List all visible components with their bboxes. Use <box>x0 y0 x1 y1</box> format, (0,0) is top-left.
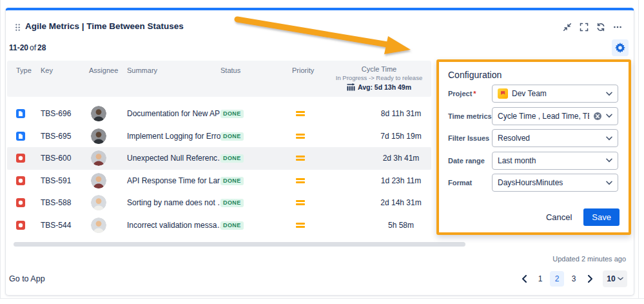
issue-key: TBS-588 <box>41 192 71 214</box>
priority-medium-icon <box>296 134 305 139</box>
priority-medium-icon <box>296 156 305 161</box>
config-field-label: Time metrics* <box>448 107 492 125</box>
config-field-label: Format* <box>448 174 472 192</box>
page-size-select[interactable]: 10 <box>603 270 627 287</box>
priority-medium-icon <box>296 223 305 228</box>
column-assignee: Assignee <box>89 66 118 74</box>
settings-gear-icon[interactable] <box>612 39 629 56</box>
select-value: Cycle Time , Lead Time, TBS … <box>498 112 589 121</box>
issue-summary: Documentation for New AP… <box>127 103 224 125</box>
column-summary: Summary <box>127 66 157 74</box>
more-icon[interactable] <box>613 23 622 32</box>
next-page-icon[interactable] <box>583 270 596 287</box>
config-field-date-range: Date range* Last month <box>439 152 629 170</box>
chevron-down-icon <box>606 92 612 96</box>
gadget-title: Agile Metrics | Time Between Statuses <box>25 21 184 31</box>
dashboard-page: Agile Metrics | Time Between Statuses <box>0 0 644 304</box>
table-row[interactable]: TBS-591 API Response Time for Lar… DONE … <box>7 170 431 192</box>
timeline-icon <box>347 83 355 91</box>
issue-type-icon <box>16 154 25 163</box>
config-field-time-metrics: Time metrics* Cycle Time , Lead Time, TB… <box>439 107 629 125</box>
config-field-project: Project* Dev Team <box>439 85 629 103</box>
collapse-icon[interactable] <box>563 23 572 32</box>
clear-icon[interactable] <box>593 112 602 121</box>
page-edge-bottom <box>0 298 644 299</box>
issue-key: TBS-600 <box>41 147 71 170</box>
column-priority: Priority <box>292 66 314 74</box>
table-rows: TBS-696 Documentation for New AP… DONE 8… <box>7 103 431 236</box>
priority-medium-icon <box>296 178 305 183</box>
issue-key: TBS-695 <box>41 125 71 148</box>
table-row[interactable]: TBS-695 Implement Logging for Erro… DONE… <box>7 125 431 148</box>
select-value: DaysHoursMinutes <box>498 178 602 187</box>
assignee-avatar <box>91 128 106 144</box>
issue-type-icon <box>16 132 25 141</box>
table-row[interactable]: TBS-588 Sorting by name does not … DONE … <box>7 192 431 214</box>
config-field-label: Filter Issues* <box>448 129 489 147</box>
issue-summary: Incorrect validation messa… <box>127 214 224 237</box>
filter-issues-select[interactable]: Resolved <box>492 129 618 147</box>
chevron-down-icon <box>606 136 612 141</box>
config-field-label: Date range* <box>448 152 485 170</box>
page-2-button[interactable]: 2 <box>550 271 564 287</box>
page-edge-right <box>638 0 639 298</box>
status-badge: DONE <box>220 154 244 163</box>
time-metrics-select[interactable]: Cycle Time , Lead Time, TBS … <box>492 107 618 125</box>
select-value: Resolved <box>498 134 602 143</box>
status-badge: DONE <box>220 199 244 207</box>
select-value: Dev Team <box>512 89 602 98</box>
priority-medium-icon <box>296 111 305 116</box>
issue-type-icon <box>16 109 25 118</box>
project-select[interactable]: Dev Team <box>492 85 618 103</box>
table-header: Type Key Assignee Summary Status Priorit… <box>7 61 431 97</box>
configuration-title: Configuration <box>448 70 502 80</box>
column-key: Key <box>41 66 53 74</box>
assignee-avatar <box>91 173 106 188</box>
chevron-down-icon <box>606 181 612 185</box>
column-status: Status <box>220 66 240 74</box>
go-to-app-link[interactable]: Go to App <box>9 274 45 283</box>
result-range: 11-20of28 <box>9 43 46 52</box>
select-value: Last month <box>498 156 602 165</box>
issue-summary: Sorting by name does not … <box>127 192 224 214</box>
refresh-icon[interactable] <box>596 23 605 32</box>
column-cycle-time: Cycle Time In Progress -> Ready to relea… <box>313 65 445 91</box>
page-3-button[interactable]: 3 <box>567 271 581 287</box>
config-field-label: Project* <box>448 85 476 103</box>
previous-page-icon[interactable] <box>518 270 531 287</box>
priority-medium-icon <box>296 200 305 205</box>
issue-key: TBS-591 <box>41 170 71 192</box>
assignee-avatar <box>91 150 106 166</box>
chevron-down-icon <box>606 158 612 163</box>
status-badge: DONE <box>220 221 244 230</box>
format-select[interactable]: DaysHoursMinutes <box>492 174 618 192</box>
fullscreen-icon[interactable] <box>580 23 589 32</box>
updated-timestamp: Updated 2 minutes ago <box>552 255 626 263</box>
table-row[interactable]: TBS-696 Documentation for New AP… DONE 8… <box>7 103 431 125</box>
drag-handle-icon[interactable] <box>15 23 21 32</box>
horizontal-scrollbar[interactable] <box>14 242 465 247</box>
issue-type-icon <box>16 176 25 185</box>
page-edge-left <box>0 0 1 298</box>
save-button[interactable]: Save <box>583 208 620 226</box>
chevron-down-icon <box>606 114 612 118</box>
issue-type-icon <box>16 198 25 207</box>
status-badge: DONE <box>220 177 244 185</box>
config-field-filter-issues: Filter Issues* Resolved <box>439 129 629 147</box>
column-type: Type <box>16 66 32 74</box>
date-range-select[interactable]: Last month <box>492 152 618 170</box>
page-buttons: 123 <box>533 271 581 287</box>
table-row[interactable]: TBS-600 Unexpected Null Referenc… DONE 2… <box>7 147 431 170</box>
assignee-avatar <box>91 106 106 121</box>
page-1-button[interactable]: 1 <box>533 271 547 287</box>
cancel-button[interactable]: Cancel <box>546 212 572 222</box>
project-avatar-icon <box>498 88 508 99</box>
status-badge: DONE <box>220 132 244 141</box>
gadget-card: Agile Metrics | Time Between Statuses <box>5 8 634 296</box>
pagination: 123 10 <box>518 270 627 287</box>
issue-key: TBS-544 <box>41 214 71 237</box>
configuration-panel: Configuration Project* Dev Team Time met… <box>436 59 631 235</box>
table-row[interactable]: TBS-544 Incorrect validation messa… DONE… <box>7 214 431 237</box>
assignee-avatar <box>91 218 106 233</box>
assignee-avatar <box>91 195 106 210</box>
